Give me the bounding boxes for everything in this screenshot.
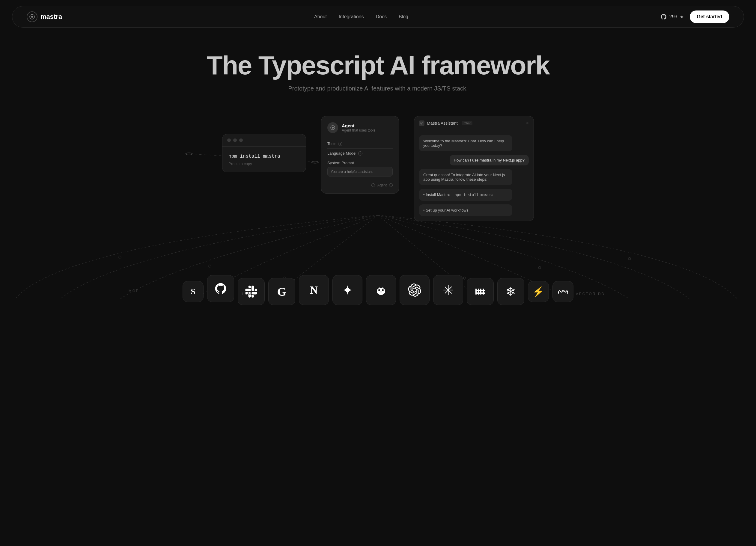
svg-point-6 — [332, 127, 334, 129]
get-started-button[interactable]: Get started — [690, 10, 729, 23]
hero-section: The Typescript AI framework Prototype an… — [0, 34, 756, 116]
icon-slack — [238, 278, 265, 305]
agent-footer-label: Agent — [377, 183, 387, 187]
lm-label: Language Model — [327, 151, 356, 156]
terminal-card: npm install mastra Press to copy — [222, 134, 306, 172]
agent-lm-row: Language Model i — [327, 149, 393, 158]
arch-section: S G N ✦ — [0, 215, 756, 305]
nav-about[interactable]: About — [314, 14, 327, 19]
terminal-dot-1 — [227, 138, 231, 142]
chat-msg-4-text: • Install Mastra: — [423, 192, 450, 197]
chat-message-4: • Install Mastra: npm install mastra — [419, 189, 512, 201]
label-vectordb: VECTOR DB — [576, 292, 605, 296]
demo-area: npm install mastra Press to copy Agent A… — [0, 116, 756, 221]
icon-github — [207, 275, 234, 302]
agent-tools-row: Tools i — [327, 139, 393, 149]
navbar: mastra About Integrations Docs Blog 293 … — [12, 6, 744, 28]
sp-label-row: System Prompt — [327, 161, 393, 165]
terminal-header — [222, 134, 306, 147]
nav-integrations[interactable]: Integrations — [339, 14, 364, 19]
logo[interactable]: mastra — [27, 11, 62, 22]
system-prompt-value[interactable]: You are a helpful assistant — [327, 167, 393, 177]
svg-point-13 — [538, 266, 541, 269]
logo-icon — [27, 11, 37, 22]
agent-footer: Agent — [327, 183, 393, 187]
agent-footer-dot — [371, 183, 375, 187]
agent-description: Agent that uses tools — [342, 128, 375, 132]
tools-label-row: Tools i — [327, 141, 342, 146]
chat-close-button[interactable]: × — [526, 120, 529, 126]
svg-point-1 — [31, 16, 33, 18]
lm-info-icon: i — [358, 151, 362, 156]
sp-label: System Prompt — [327, 161, 354, 165]
icon-supabase: ⚡ — [528, 281, 549, 302]
icon-gemini: ✦ — [332, 275, 362, 305]
agent-card: Agent Agent that uses tools Tools i Lang… — [321, 116, 399, 194]
chat-message-3: Great question! To integrate AI into you… — [419, 169, 512, 185]
chat-message-1: Welcome to the Mastra's' Chat. How can I… — [419, 135, 512, 151]
svg-point-9 — [119, 256, 121, 258]
terminal-card-wrapper: npm install mastra Press to copy — [222, 116, 306, 172]
svg-point-16 — [378, 289, 380, 291]
svg-point-8 — [421, 123, 422, 124]
github-star: ★ — [680, 14, 684, 19]
system-prompt-section: System Prompt You are a helpful assistan… — [327, 158, 393, 179]
icon-google: G — [268, 278, 295, 305]
chat-panel: Mastra Assistant Chat × Welcome to the M… — [414, 116, 534, 221]
tools-info-icon: i — [338, 142, 342, 146]
icon-notion: N — [299, 275, 329, 305]
chat-panel-wrapper: Mastra Assistant Chat × Welcome to the M… — [414, 116, 534, 221]
chat-header-icon — [419, 120, 424, 126]
chat-message-2: How can I use mastra in my Next.js app? — [450, 155, 529, 165]
github-count: 293 — [669, 14, 677, 19]
logo-text: mastra — [40, 13, 62, 21]
nav-links: About Integrations Docs Blog — [314, 14, 408, 19]
svg-point-2 — [186, 153, 192, 155]
terminal-body: npm install mastra Press to copy — [222, 147, 306, 172]
nav-blog[interactable]: Blog — [399, 14, 408, 19]
nav-docs[interactable]: Docs — [376, 14, 386, 19]
icons-row: S G N ✦ — [0, 275, 756, 305]
lm-label-row: Language Model i — [327, 151, 362, 156]
chat-msg-3-text: Great question! To integrate AI into you… — [423, 173, 505, 182]
svg-rect-23 — [475, 290, 485, 291]
svg-point-17 — [382, 289, 384, 291]
label-mcp: MCP — [129, 289, 139, 293]
chat-body: Welcome to the Mastra's' Chat. How can I… — [414, 130, 534, 221]
agent-card-wrapper: Agent Agent that uses tools Tools i Lang… — [321, 116, 399, 194]
chat-header: Mastra Assistant Chat × — [414, 116, 534, 130]
tools-label: Tools — [327, 141, 336, 146]
chat-msg-4-code: npm install mastra — [451, 191, 497, 200]
nav-right: 293 ★ Get started — [660, 10, 729, 23]
terminal-dot-3 — [239, 138, 243, 142]
hero-title: The Typescript AI framework — [12, 52, 744, 79]
svg-point-18 — [380, 291, 382, 292]
github-button[interactable]: 293 ★ — [660, 13, 684, 20]
agent-footer-dot-2 — [389, 183, 393, 187]
svg-point-10 — [209, 265, 211, 267]
agent-name: Agent — [342, 123, 375, 128]
icon-midjourney — [467, 278, 494, 305]
svg-rect-24 — [475, 292, 485, 294]
agent-icon — [327, 122, 338, 133]
chat-message-5: • Set up your AI workflows — [419, 204, 512, 216]
terminal-hint: Press to copy — [228, 162, 300, 166]
chat-header-name: Mastra Assistant — [427, 121, 458, 126]
chat-header-badge: Chat — [462, 121, 472, 125]
chat-header-left: Mastra Assistant Chat — [419, 120, 472, 126]
chat-msg-5-text: • Set up your AI workflows — [423, 208, 469, 212]
icon-stripe: S — [183, 281, 204, 302]
terminal-command[interactable]: npm install mastra — [228, 154, 300, 159]
chat-msg-2-text: How can I use mastra in my Next.js app? — [454, 158, 525, 162]
svg-point-14 — [628, 257, 631, 260]
agent-header: Agent Agent that uses tools — [327, 122, 393, 133]
hero-subtitle: Prototype and productionize AI features … — [12, 85, 744, 92]
icon-anthropic: ✳ — [433, 275, 463, 305]
chat-msg-1-text: Welcome to the Mastra's' Chat. How can I… — [423, 139, 504, 148]
svg-point-3 — [312, 161, 318, 163]
agent-info: Agent Agent that uses tools — [342, 123, 375, 132]
icon-ollama — [366, 275, 396, 305]
terminal-dot-2 — [233, 138, 237, 142]
icon-snowflake: ❄ — [497, 278, 524, 305]
label-llm: LLM — [242, 292, 252, 296]
